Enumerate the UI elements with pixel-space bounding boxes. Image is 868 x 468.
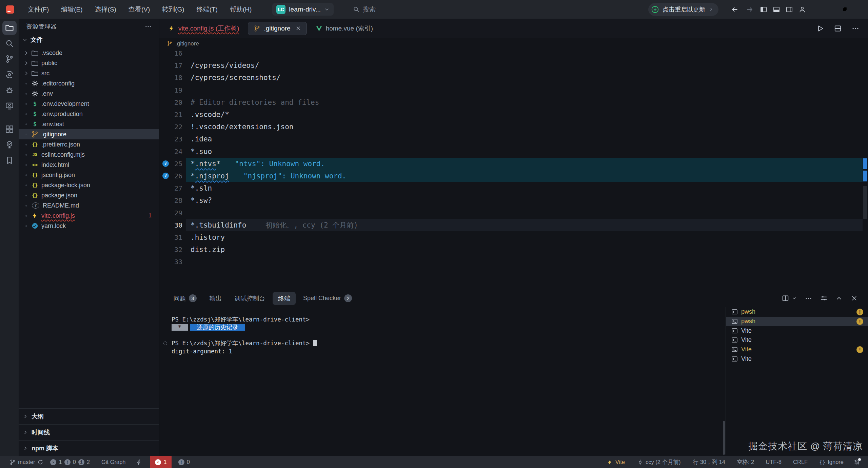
editor-scrollbar[interactable] xyxy=(863,186,867,219)
menu-item-1[interactable]: 编辑(E) xyxy=(55,3,88,16)
sidebar-section-1[interactable]: 时间线 xyxy=(19,424,159,440)
file-item-.env[interactable]: .env xyxy=(19,89,159,99)
file-item-src[interactable]: src xyxy=(19,68,159,78)
configure-icon[interactable] xyxy=(820,295,827,302)
menu-item-2[interactable]: 选择(S) xyxy=(89,3,122,16)
more-actions-icon[interactable] xyxy=(145,23,152,30)
overview-ruler-mark xyxy=(863,158,867,169)
file-item-eslint.config.mjs[interactable]: JSeslint.config.mjs xyxy=(19,150,159,160)
git-graph-button[interactable]: Git Graph xyxy=(98,456,129,468)
file-item-vite.config.js[interactable]: vite.config.js1 xyxy=(19,211,159,221)
restore-button[interactable] xyxy=(837,0,852,19)
panel-tab-2[interactable]: 调试控制台 xyxy=(229,292,271,305)
file-item-.prettierrc.json[interactable]: {}.prettierrc.json xyxy=(19,139,159,150)
error-lens-errors[interactable]: ✕ 1 xyxy=(150,456,172,468)
sync-icon xyxy=(37,459,43,465)
activity-item-search[interactable] xyxy=(2,36,17,51)
split-editor-icon[interactable] xyxy=(834,25,842,32)
encoding-indicator[interactable]: UTF-8 xyxy=(762,456,785,468)
activity-item-bookmarks[interactable] xyxy=(2,153,17,168)
terminal-instance-1[interactable]: pwsh! xyxy=(726,317,868,326)
activity-item-explorer[interactable] xyxy=(2,21,17,35)
terminal-instance-3[interactable]: Vite xyxy=(726,335,868,345)
terminal-instance-2[interactable]: Vite xyxy=(726,326,868,335)
activity-item-todo-tree[interactable] xyxy=(2,138,17,152)
branch-indicator[interactable]: master xyxy=(6,456,47,468)
file-item-.gitignore[interactable]: .gitignore xyxy=(19,129,159,139)
error-lens-warnings[interactable]: ! 0 xyxy=(175,456,193,468)
toggle-panel-icon[interactable] xyxy=(773,6,780,13)
panel-tab-4[interactable]: Spell Checker2 xyxy=(298,292,357,305)
git-blame-status[interactable]: ccy (2 个月前) xyxy=(634,456,684,468)
cursor-position[interactable]: 行 30，列 14 xyxy=(690,456,729,468)
info-circle-icon: i xyxy=(78,459,84,465)
menu-item-5[interactable]: 终端(T) xyxy=(191,3,224,16)
project-switcher[interactable]: LC learn-driv... xyxy=(272,3,334,16)
close-panel-icon[interactable] xyxy=(851,295,858,302)
activity-item-source-control[interactable] xyxy=(2,52,17,66)
more-actions-icon[interactable] xyxy=(852,25,859,32)
activity-item-live-preview[interactable] xyxy=(2,99,17,113)
toggle-sidebar-icon[interactable] xyxy=(760,6,767,13)
debug-icon xyxy=(5,86,14,95)
toggle-secondary-sidebar-icon[interactable] xyxy=(786,6,793,13)
menu-item-3[interactable]: 查看(V) xyxy=(122,3,156,16)
sidebar-section-0[interactable]: 大纲 xyxy=(19,408,159,424)
menu-item-0[interactable]: 文件(F) xyxy=(22,3,55,16)
file-item-README.md[interactable]: ?README.md xyxy=(19,200,159,211)
file-item-yarn.lock[interactable]: yarn.lock xyxy=(19,221,159,231)
panel-tab-1[interactable]: 输出 xyxy=(204,292,227,305)
close-button[interactable] xyxy=(852,0,868,19)
maximize-panel-icon[interactable] xyxy=(835,295,843,302)
chevron-down-icon[interactable] xyxy=(792,296,797,301)
file-item-.env.development[interactable]: $.env.development xyxy=(19,99,159,109)
back-button[interactable] xyxy=(731,6,738,13)
close-icon[interactable] xyxy=(295,25,301,31)
eol-indicator[interactable]: CRLF xyxy=(790,456,811,468)
file-item-.editorconfig[interactable]: .editorconfig xyxy=(19,78,159,89)
activity-item-extensions[interactable] xyxy=(2,122,17,136)
terminal-instance-4[interactable]: Vite! xyxy=(726,345,868,354)
terminal-output[interactable]: PS E:\zzdsj\郑好学车\learn-drive-client> * 还… xyxy=(159,307,722,456)
split-terminal-icon[interactable] xyxy=(782,295,789,302)
menu-item-6[interactable]: 帮助(H) xyxy=(224,3,258,16)
file-item-package.json[interactable]: {}package.json xyxy=(19,190,159,200)
vite-status[interactable]: Vite xyxy=(604,456,628,468)
activity-item-debug[interactable] xyxy=(2,83,17,97)
editor-tab-2[interactable]: home.vue (索引) xyxy=(310,22,378,35)
menu-item-4[interactable]: 转到(G) xyxy=(156,3,190,16)
language-mode[interactable]: {} Ignore xyxy=(816,456,847,468)
files-section-header[interactable]: 文件 xyxy=(19,34,159,45)
panel-tab-0[interactable]: 问题3 xyxy=(168,292,202,305)
editor-tab-0[interactable]: vite.config.js (工作树) xyxy=(163,22,244,35)
file-item-jsconfig.json[interactable]: {}jsconfig.json xyxy=(19,170,159,180)
account-icon[interactable] xyxy=(799,6,806,13)
indentation-indicator[interactable]: 空格: 2 xyxy=(733,456,757,468)
restart-to-update-button[interactable]: 点击重启以更新 xyxy=(648,3,718,16)
terminal-instance-0[interactable]: pwsh! xyxy=(726,307,868,317)
terminal-icon xyxy=(731,309,738,315)
minimize-button[interactable] xyxy=(821,0,837,19)
notifications-bell[interactable] xyxy=(850,456,863,468)
forward-button[interactable] xyxy=(746,6,753,13)
file-item-index.html[interactable]: <>index.html xyxy=(19,160,159,170)
file-item-public[interactable]: public xyxy=(19,58,159,68)
run-file-icon[interactable] xyxy=(816,25,824,32)
code-editor[interactable]: 1617/cypress/videos/18/cypress/screensho… xyxy=(159,47,868,290)
more-actions-icon[interactable] xyxy=(805,295,812,302)
sidebar-section-2[interactable]: npm 脚本 xyxy=(19,440,159,456)
file-item-.env.test[interactable]: $.env.test xyxy=(19,119,159,129)
global-search[interactable]: 搜索 xyxy=(353,5,376,14)
file-dot xyxy=(25,174,27,176)
activity-item-remote-explorer[interactable] xyxy=(2,67,17,82)
problems-indicator[interactable]: ✕ 1 ! 0 i 2 xyxy=(47,456,93,468)
lightning-indicator[interactable] xyxy=(133,456,145,468)
file-item-package-lock.json[interactable]: {}package-lock.json xyxy=(19,180,159,190)
file-item-.vscode[interactable]: .vscode xyxy=(19,48,159,58)
editor-tab-1[interactable]: .gitignore xyxy=(248,22,307,35)
project-logo: LC xyxy=(276,5,285,14)
terminal-scrollbar[interactable] xyxy=(723,421,725,455)
file-item-.env.production[interactable]: $.env.production xyxy=(19,109,159,119)
panel-tab-3[interactable]: 终端 xyxy=(273,292,296,305)
terminal-instance-5[interactable]: Vite xyxy=(726,354,868,364)
